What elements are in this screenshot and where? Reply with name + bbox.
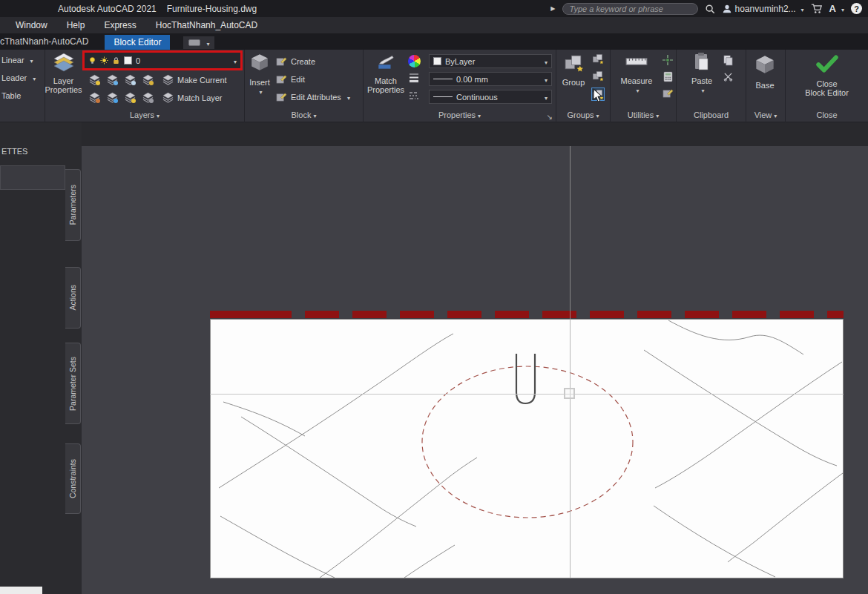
menu-help[interactable]: Help [57,17,95,33]
make-current-button[interactable]: Make Current [162,74,227,85]
quick-select-button[interactable] [661,86,674,99]
panel-view: Base View [746,50,786,122]
cut-clip-button[interactable] [721,70,734,83]
user-name: hoanvuminh2... [735,4,796,14]
app-store-menu[interactable]: A [829,3,844,14]
layer-on-button[interactable] [88,90,101,104]
measure-ruler-icon [625,56,648,67]
leader-label: Leader [1,73,27,82]
match-layer-button[interactable]: Match Layer [162,92,223,103]
close-block-editor-button[interactable]: Close Block Editor [786,54,868,97]
utilities-panel-label[interactable]: Utilities [611,110,676,122]
user-account-menu[interactable]: hoanvuminh2... [722,4,804,14]
ribbon-tab-row: cThatNhanh-AutoCAD Block Editor [0,33,868,50]
match-properties-icon [376,53,395,72]
quick-calculator-button[interactable] [661,70,674,83]
layer-thaw-button[interactable] [123,90,137,104]
lineweight-list-icon [408,72,420,84]
tab-parameter-sets[interactable]: Parameter Sets [65,343,81,424]
title-bar: Autodesk AutoCAD 2021 Furniture-Housing.… [0,0,868,17]
layer-dropdown[interactable]: 0 [85,53,240,68]
measure-button[interactable]: Measure [618,56,655,96]
panel-utilities: Measure Utilities [611,50,677,122]
create-block-button[interactable]: Create [276,56,315,67]
block-editor-canvas[interactable] [82,146,868,594]
lineweight-dropdown[interactable]: 0.00 mm [429,72,552,86]
layers-panel-label[interactable]: Layers [45,110,244,122]
layer-freeze-button[interactable] [123,73,137,86]
match-properties-button[interactable]: Match Properties [366,53,405,94]
color-wheel-icon[interactable] [408,55,421,67]
layer-unisolate-button[interactable] [105,90,119,104]
tab-hocthatnhanh-autocad[interactable]: cThatNhanh-AutoCAD [0,36,94,50]
object-color-dropdown[interactable]: ByLayer [429,54,552,68]
insert-button[interactable]: Insert [246,53,273,97]
user-icon [722,4,732,14]
document-title: Furniture-Housing.dwg [167,4,257,14]
search-input[interactable] [562,3,698,15]
edit-block-button[interactable]: Edit [276,73,305,85]
group-button[interactable]: Group [559,53,588,87]
linetype-dropdown[interactable]: Continuous [429,90,552,104]
linear-button[interactable]: Linear [1,56,33,65]
menu-window[interactable]: Window [6,17,57,33]
create-block-icon [276,56,287,67]
dropdown-caret-icon [259,87,262,97]
dropdown-caret-icon [636,85,639,96]
leader-button[interactable]: Leader [1,73,36,82]
search-icon[interactable] [705,4,715,14]
dropdown-caret-icon [545,93,548,102]
tab-parameters[interactable]: Parameters [65,169,81,241]
layer-isolate-button[interactable] [105,73,119,86]
block-panel-label[interactable]: Block [245,110,363,122]
help-button[interactable]: ? [851,3,862,14]
menu-hocthatnhanh[interactable]: HocThatNhanh_AutoCAD [146,17,267,33]
layer-lock-icon[interactable] [112,56,120,65]
edit-attributes-button[interactable]: Edit Attributes [276,91,350,102]
paste-label: Paste [691,76,712,85]
base-button[interactable]: Base [751,54,779,90]
match-layer-icon [162,92,174,103]
dropdown-caret-icon [545,57,548,66]
layer-off-button[interactable] [88,73,101,86]
id-point-button[interactable] [661,53,674,67]
red-dashed-edge [210,311,844,318]
insert-label: Insert [249,78,270,87]
groups-panel-label[interactable]: Groups [556,110,610,122]
dropdown-caret-icon [313,110,316,119]
tab-constraints[interactable]: Constraints [65,443,81,514]
mouse-cursor [593,88,602,103]
panel-block: Insert Create Edit Edit Attributes Block [245,50,364,122]
taskbar-sliver [0,587,42,594]
expand-arrow-icon[interactable]: ▶ [550,5,555,12]
panel-clipboard: Paste Clipboard [677,50,746,122]
palette-search-box[interactable] [0,165,65,190]
cart-icon[interactable] [811,3,823,14]
layer-on-bulb-icon[interactable] [88,56,96,65]
base-label: Base [755,81,774,90]
view-panel-label[interactable]: View [746,110,785,122]
table-button[interactable]: Table [1,91,21,100]
group-edit-button[interactable] [591,69,605,82]
properties-dialog-launcher-icon[interactable]: ↘ [547,113,553,121]
insert-block-icon [250,53,269,72]
color-swatch [433,57,441,65]
selection-grip[interactable] [564,388,575,399]
dropdown-caret-icon [206,38,209,48]
layer-lock-tool-button[interactable] [141,73,154,86]
tab-extra[interactable] [183,36,214,49]
properties-panel-label[interactable]: Properties [364,110,556,122]
menu-express[interactable]: Express [94,17,145,33]
copy-clip-button[interactable] [721,53,734,67]
layer-thaw-sun-icon[interactable] [100,56,108,65]
ungroup-button[interactable] [591,52,605,65]
dropdown-caret-icon[interactable] [234,56,237,65]
tab-actions[interactable]: Actions [65,267,81,329]
lineweight-sample [433,79,453,79]
layer-unlock-button[interactable] [141,90,154,104]
paste-clipboard-icon [694,52,710,71]
layer-color-swatch[interactable] [124,56,132,65]
paste-button[interactable]: Paste [685,52,718,96]
layer-properties-button[interactable]: Layer Properties [46,53,81,94]
tab-block-editor[interactable]: Block Editor [105,35,170,50]
